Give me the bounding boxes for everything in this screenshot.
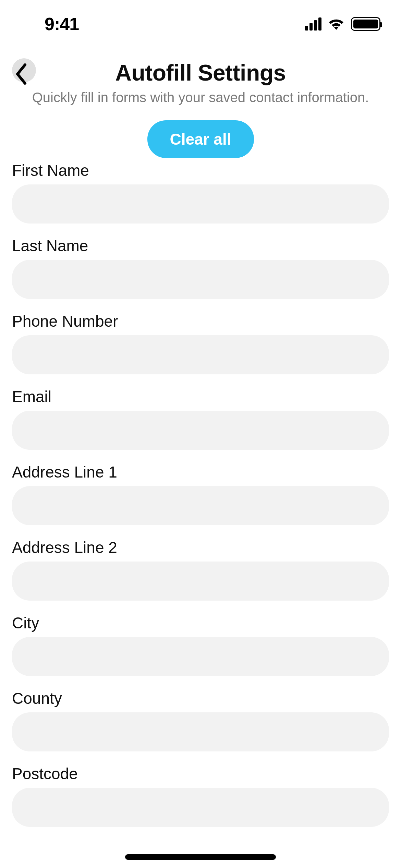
first-name-input[interactable] bbox=[12, 184, 389, 224]
autofill-form: First Name Last Name Phone Number Email … bbox=[0, 161, 401, 840]
email-input[interactable] bbox=[12, 411, 389, 450]
battery-icon bbox=[351, 17, 380, 31]
email-label: Email bbox=[12, 387, 389, 406]
address-line-1-label: Address Line 1 bbox=[12, 463, 389, 481]
address-line-2-label: Address Line 2 bbox=[12, 538, 389, 557]
last-name-input[interactable] bbox=[12, 260, 389, 299]
home-indicator[interactable] bbox=[125, 854, 276, 860]
header: Autofill Settings Quickly fill in forms … bbox=[0, 51, 401, 158]
status-icons bbox=[305, 17, 380, 31]
field-postcode: Postcode bbox=[12, 764, 389, 827]
city-label: City bbox=[12, 614, 389, 632]
status-time: 9:41 bbox=[45, 14, 79, 34]
chevron-left-icon bbox=[15, 63, 28, 86]
cellular-signal-icon bbox=[305, 17, 321, 31]
field-county: County bbox=[12, 689, 389, 751]
field-first-name: First Name bbox=[12, 161, 389, 224]
field-city: City bbox=[12, 614, 389, 676]
page-title: Autofill Settings bbox=[12, 60, 389, 86]
county-label: County bbox=[12, 689, 389, 708]
wifi-icon bbox=[328, 17, 345, 31]
field-address-line-2: Address Line 2 bbox=[12, 538, 389, 601]
city-input[interactable] bbox=[12, 637, 389, 676]
last-name-label: Last Name bbox=[12, 237, 389, 255]
status-bar: 9:41 bbox=[0, 0, 401, 48]
phone-number-input[interactable] bbox=[12, 335, 389, 374]
phone-number-label: Phone Number bbox=[12, 312, 389, 330]
first-name-label: First Name bbox=[12, 161, 389, 180]
postcode-label: Postcode bbox=[12, 764, 389, 783]
postcode-input[interactable] bbox=[12, 788, 389, 827]
field-email: Email bbox=[12, 387, 389, 450]
page-subtitle: Quickly fill in forms with your saved co… bbox=[12, 90, 389, 105]
address-line-2-input[interactable] bbox=[12, 562, 389, 601]
county-input[interactable] bbox=[12, 712, 389, 751]
address-line-1-input[interactable] bbox=[12, 486, 389, 525]
field-address-line-1: Address Line 1 bbox=[12, 463, 389, 525]
back-button[interactable] bbox=[12, 58, 36, 82]
field-phone-number: Phone Number bbox=[12, 312, 389, 374]
clear-all-button[interactable]: Clear all bbox=[147, 120, 254, 158]
field-last-name: Last Name bbox=[12, 237, 389, 299]
